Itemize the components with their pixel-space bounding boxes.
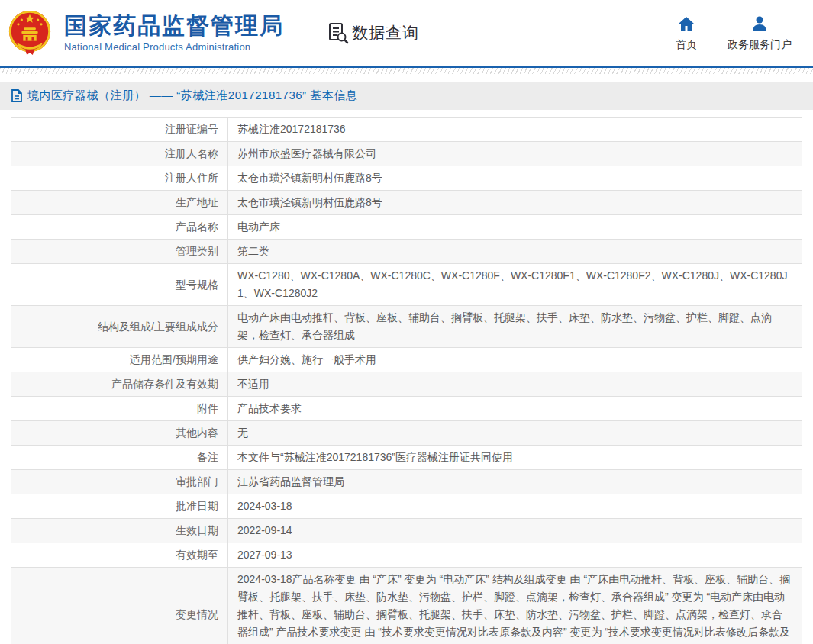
row-label: 产品名称 — [11, 215, 228, 240]
national-emblem-icon — [6, 8, 53, 57]
row-label: 有效期至 — [11, 543, 228, 568]
document-icon — [11, 89, 23, 102]
row-label: 审批部门 — [11, 470, 228, 494]
top-nav: 首页 政务服务门户 — [676, 14, 792, 52]
row-value: 2024-03-18 — [228, 494, 802, 519]
row-value: WX-C1280、WX-C1280A、WX-C1280C、WX-C1280F、W… — [228, 264, 802, 306]
row-label: 型号规格 — [11, 264, 228, 306]
row-label: 结构及组成/主要组成成分 — [11, 306, 228, 348]
data-query-label: 数据查询 — [352, 22, 419, 43]
row-value: 江苏省药品监督管理局 — [228, 470, 802, 494]
table-row: 产品储存条件及有效期 不适用 — [11, 372, 802, 397]
table-row: 审批部门 江苏省药品监督管理局 — [11, 470, 802, 494]
nmpa-logo-link[interactable]: 国家药品监督管理局 National Medical Products Admi… — [6, 8, 284, 57]
row-value: 苏州市欣盛医疗器械有限公司 — [228, 142, 802, 166]
row-value: 不适用 — [228, 372, 802, 397]
breadcrumb: 境内医疗器械（注册） —— “苏械注准20172181736” 基本信息 — [0, 82, 813, 110]
row-label: 产品储存条件及有效期 — [11, 372, 228, 397]
table-row: 附件 产品技术要求 — [11, 397, 802, 421]
table-row: 管理类别 第二类 — [11, 240, 802, 264]
row-label: 附件 — [11, 397, 228, 421]
row-label: 管理类别 — [11, 240, 228, 264]
person-icon — [750, 14, 769, 33]
site-header: 国家药品监督管理局 National Medical Products Admi… — [0, 0, 813, 66]
table-row: 有效期至 2027-09-13 — [11, 543, 802, 568]
row-value: 苏械注准20172181736 — [228, 118, 802, 142]
row-value: 太仓市璜泾镇新明村伍鹿路8号 — [228, 191, 802, 215]
nav-home-label: 首页 — [676, 38, 697, 52]
table-row: 注册证编号 苏械注准20172181736 — [11, 118, 802, 142]
table-row: 注册人住所 太仓市璜泾镇新明村伍鹿路8号 — [11, 166, 802, 191]
table-row: 批准日期 2024-03-18 — [11, 494, 802, 519]
table-row: 型号规格 WX-C1280、WX-C1280A、WX-C1280C、WX-C12… — [11, 264, 802, 306]
table-row: 产品名称 电动产床 — [11, 215, 802, 240]
data-query-nav[interactable]: 数据查询 — [327, 21, 419, 44]
row-value: 2022-09-14 — [228, 519, 802, 543]
nav-item-gov-portal[interactable]: 政务服务门户 — [728, 14, 792, 52]
row-label: 适用范围/预期用途 — [11, 348, 228, 372]
row-value: 2027-09-13 — [228, 543, 802, 568]
row-value: 电动产床 — [228, 215, 802, 240]
site-subtitle: National Medical Products Administration — [64, 41, 284, 53]
nav-gov-portal-label: 政务服务门户 — [728, 38, 792, 52]
row-value: 太仓市璜泾镇新明村伍鹿路8号 — [228, 166, 802, 191]
table-row: 注册人名称 苏州市欣盛医疗器械有限公司 — [11, 142, 802, 166]
row-label: 注册人名称 — [11, 142, 228, 166]
site-title: 国家药品监督管理局 — [64, 13, 284, 39]
row-value: 2024-03-18产品名称变更 由 “产床” 变更为 “电动产床” 结构及组成… — [228, 568, 802, 644]
row-value: 本文件与“苏械注准20172181736”医疗器械注册证共同使用 — [228, 446, 802, 470]
row-label: 生效日期 — [11, 519, 228, 543]
row-value: 电动产床由电动推杆、背板、座板、辅助台、搁臂板、托腿架、扶手、床垫、防水垫、污物… — [228, 306, 802, 348]
table-row: 其他内容 无 — [11, 421, 802, 446]
table-row: 结构及组成/主要组成成分 电动产床由电动推杆、背板、座板、辅助台、搁臂板、托腿架… — [11, 306, 802, 348]
row-value: 无 — [228, 421, 802, 446]
registration-info-table: 注册证编号 苏械注准20172181736 注册人名称 苏州市欣盛医疗器械有限公… — [11, 117, 802, 644]
table-row: 备注 本文件与“苏械注准20172181736”医疗器械注册证共同使用 — [11, 446, 802, 470]
row-label: 其他内容 — [11, 421, 228, 446]
table-row: 适用范围/预期用途 供产妇分娩、施行一般手术用 — [11, 348, 802, 372]
table-row: 变更情况 2024-03-18产品名称变更 由 “产床” 变更为 “电动产床” … — [11, 568, 802, 644]
row-label: 注册证编号 — [11, 118, 228, 142]
breadcrumb-text: 境内医疗器械（注册） —— “苏械注准20172181736” 基本信息 — [27, 89, 357, 103]
row-label: 批准日期 — [11, 494, 228, 519]
data-query-icon — [327, 21, 350, 44]
row-label: 变更情况 — [11, 568, 228, 644]
row-value: 产品技术要求 — [228, 397, 802, 421]
table-row: 生产地址 太仓市璜泾镇新明村伍鹿路8号 — [11, 191, 802, 215]
row-value: 供产妇分娩、施行一般手术用 — [228, 348, 802, 372]
site-title-block: 国家药品监督管理局 National Medical Products Admi… — [64, 13, 284, 53]
row-label: 备注 — [11, 446, 228, 470]
home-icon — [677, 14, 695, 33]
row-label: 生产地址 — [11, 191, 228, 215]
nav-item-home[interactable]: 首页 — [676, 14, 697, 52]
row-value: 第二类 — [228, 240, 802, 264]
table-row: 生效日期 2022-09-14 — [11, 519, 802, 543]
row-label: 注册人住所 — [11, 166, 228, 191]
hatch-decoration-strip — [0, 68, 813, 74]
